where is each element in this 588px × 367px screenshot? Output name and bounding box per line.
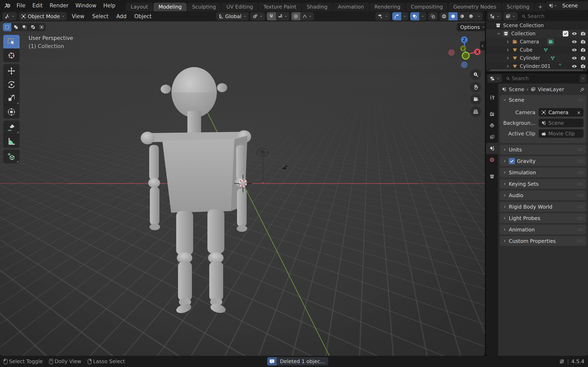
- expand-icon[interactable]: [506, 56, 510, 60]
- pin-icon[interactable]: [579, 86, 585, 92]
- tool-move[interactable]: [3, 64, 20, 78]
- mesh-data-icon[interactable]: [550, 55, 556, 61]
- shading-material-button[interactable]: [458, 12, 467, 20]
- panel-scene-header[interactable]: Scene ∷∷: [500, 95, 586, 105]
- outliner-row-camera[interactable]: Camera: [486, 38, 588, 46]
- tab-rendering[interactable]: Rendering: [370, 3, 406, 11]
- outliner-search-input[interactable]: [527, 13, 588, 19]
- tab-scripting[interactable]: Scripting: [502, 3, 534, 11]
- select-mode-intersect[interactable]: [37, 23, 46, 31]
- shading-options-dropdown[interactable]: [476, 12, 483, 20]
- tab-scene[interactable]: [486, 143, 498, 154]
- overlays-options-dropdown[interactable]: [419, 12, 426, 20]
- shading-solid-button[interactable]: [449, 12, 458, 20]
- properties-editor-type-button[interactable]: [488, 75, 502, 83]
- tool-select-box[interactable]: [3, 35, 20, 49]
- ortho-toggle-button[interactable]: [470, 106, 481, 117]
- tool-scale[interactable]: [3, 91, 20, 105]
- render-camera-icon[interactable]: [580, 31, 586, 36]
- tab-compositing[interactable]: Compositing: [406, 3, 448, 11]
- hide-eye-icon[interactable]: [571, 63, 577, 69]
- xray-toggle[interactable]: [428, 12, 438, 20]
- tab-animation[interactable]: Animation: [333, 3, 369, 11]
- tab-render[interactable]: [486, 108, 498, 120]
- tool-add-cube[interactable]: [3, 150, 20, 163]
- tab-view-layer[interactable]: [486, 131, 498, 143]
- panel-units[interactable]: Units∷∷: [500, 145, 586, 155]
- outliner-display-mode-button[interactable]: [503, 12, 517, 20]
- tool-transform[interactable]: [3, 105, 20, 119]
- outliner-editor-type-button[interactable]: [488, 12, 502, 20]
- tool-measure[interactable]: [3, 134, 20, 148]
- panel-animation[interactable]: Animation∷∷: [500, 225, 586, 234]
- tab-geometry-nodes[interactable]: Geometry Nodes: [448, 3, 501, 11]
- tab-world[interactable]: [486, 154, 498, 166]
- blender-logo-icon[interactable]: [4, 2, 11, 9]
- mode-dropdown[interactable]: Object Mode: [19, 12, 67, 20]
- viewport-canvas[interactable]: User Perspective (1) Collection: [0, 21, 485, 356]
- menu-edit[interactable]: Edit: [29, 0, 46, 11]
- select-mode-extend[interactable]: [11, 23, 20, 31]
- proportional-editing-toggle[interactable]: [291, 12, 300, 20]
- pivot-point-dropdown[interactable]: [251, 12, 265, 20]
- background-field[interactable]: Scene: [539, 119, 584, 127]
- show-gizmo-toggle[interactable]: [392, 12, 401, 20]
- outliner-row-cube[interactable]: Cube: [486, 46, 588, 54]
- tab-uv-editing[interactable]: UV Editing: [222, 3, 258, 11]
- pan-button[interactable]: [470, 82, 481, 92]
- tab-shading[interactable]: Shading: [302, 3, 332, 11]
- tab-collection[interactable]: [486, 171, 498, 182]
- outliner-row-cylinder[interactable]: Cylinder: [486, 54, 588, 62]
- tool-annotate[interactable]: [3, 120, 20, 134]
- tab-layout[interactable]: Layout: [126, 3, 153, 11]
- snap-toggle[interactable]: [267, 12, 276, 20]
- hide-eye-icon[interactable]: [571, 31, 577, 37]
- outliner-row-scene-collection[interactable]: Scene Collection: [486, 21, 588, 30]
- visibility-dropdown[interactable]: [375, 12, 390, 20]
- camera-view-button[interactable]: [470, 94, 481, 105]
- select-mode-difference[interactable]: [29, 23, 37, 31]
- render-camera-icon[interactable]: [580, 55, 586, 61]
- panel-simulation[interactable]: Simulation∷∷: [500, 167, 586, 177]
- status-message[interactable]: Deleted 1 objec...: [267, 357, 329, 366]
- tab-tool[interactable]: [486, 92, 498, 103]
- transform-orientation-dropdown[interactable]: Global: [216, 12, 249, 20]
- panel-keying-sets[interactable]: Keying Sets∷∷: [500, 179, 586, 189]
- mesh-data-icon[interactable]: [558, 63, 562, 66]
- scene-browse-button[interactable]: [546, 1, 559, 10]
- tab-texture-paint[interactable]: Texture Paint: [259, 3, 301, 11]
- editor-type-button[interactable]: [2, 12, 17, 20]
- proportional-falloff-dropdown[interactable]: [300, 12, 314, 20]
- render-camera-icon[interactable]: [580, 63, 586, 69]
- shading-wireframe-button[interactable]: [440, 12, 449, 20]
- hide-eye-icon[interactable]: [571, 47, 577, 53]
- active-clip-field[interactable]: Movie Clip: [539, 129, 584, 138]
- properties-options-dropdown[interactable]: [580, 75, 586, 83]
- camera-field[interactable]: Camera: [539, 108, 584, 117]
- add-workspace-button[interactable]: +: [535, 3, 546, 11]
- panel-custom-properties[interactable]: Custom Properties∷∷: [500, 236, 586, 246]
- gizmo-options-dropdown[interactable]: [401, 12, 408, 20]
- scene-name[interactable]: Scene: [559, 3, 588, 8]
- menu-window[interactable]: Window: [72, 0, 100, 11]
- panel-audio[interactable]: Audio∷∷: [500, 191, 586, 200]
- collection-checkbox[interactable]: [563, 31, 568, 36]
- outliner-row-cylinder-001[interactable]: Cylinder.001: [486, 62, 588, 70]
- panel-grip[interactable]: ∷∷: [577, 98, 584, 103]
- tab-output[interactable]: [486, 120, 498, 131]
- zoom-button[interactable]: [470, 69, 481, 80]
- menu-render[interactable]: Render: [46, 0, 72, 11]
- viewport-menu-view[interactable]: View: [69, 13, 87, 19]
- render-camera-icon[interactable]: [580, 39, 586, 45]
- hide-eye-icon[interactable]: [571, 55, 577, 61]
- tab-sculpting[interactable]: Sculpting: [187, 3, 221, 11]
- panel-light-probes[interactable]: Light Probes∷∷: [500, 213, 586, 223]
- panel-gravity[interactable]: Gravity∷∷: [500, 156, 586, 166]
- tab-modeling[interactable]: Modeling: [154, 3, 187, 11]
- outliner-row-collection[interactable]: Collection: [486, 30, 588, 38]
- show-overlays-toggle[interactable]: [410, 12, 419, 20]
- snap-options-dropdown[interactable]: [276, 12, 289, 20]
- camera-data-icon[interactable]: [547, 38, 554, 45]
- properties-search-input[interactable]: [512, 76, 576, 81]
- menu-help[interactable]: Help: [100, 0, 119, 11]
